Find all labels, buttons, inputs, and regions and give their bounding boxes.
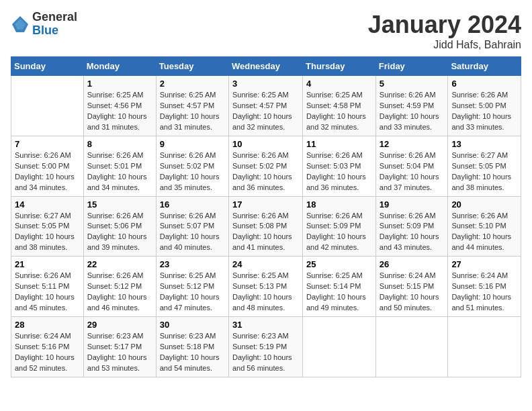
calendar-cell: 19Sunrise: 6:26 AM Sunset: 5:09 PM Dayli…	[375, 196, 448, 257]
day-number: 9	[160, 139, 225, 149]
calendar-cell: 6Sunrise: 6:26 AM Sunset: 5:00 PM Daylig…	[448, 76, 521, 136]
day-info: Sunrise: 6:25 AM Sunset: 4:57 PM Dayligh…	[232, 90, 299, 133]
day-number: 20	[451, 199, 517, 210]
day-number: 13	[451, 139, 517, 149]
day-number: 29	[87, 320, 152, 330]
calendar-cell: 3Sunrise: 6:25 AM Sunset: 4:57 PM Daylig…	[228, 76, 302, 136]
day-info: Sunrise: 6:26 AM Sunset: 5:01 PM Dayligh…	[87, 150, 152, 193]
calendar-cell: 21Sunrise: 6:26 AM Sunset: 5:11 PM Dayli…	[11, 257, 84, 317]
day-number: 18	[306, 199, 372, 210]
calendar-cell: 16Sunrise: 6:26 AM Sunset: 5:07 PM Dayli…	[156, 196, 228, 257]
page-header: General Blue January 2024 Jidd Hafs, Bah…	[11, 11, 521, 51]
day-number: 19	[380, 199, 445, 210]
day-info: Sunrise: 6:24 AM Sunset: 5:15 PM Dayligh…	[380, 271, 445, 314]
title-block: January 2024 Jidd Hafs, Bahrain	[368, 11, 521, 51]
day-number: 24	[232, 259, 299, 269]
week-row-1: 1Sunrise: 6:25 AM Sunset: 4:56 PM Daylig…	[11, 76, 521, 136]
day-number: 1	[87, 79, 152, 89]
day-info: Sunrise: 6:26 AM Sunset: 5:02 PM Dayligh…	[232, 150, 299, 193]
subtitle: Jidd Hafs, Bahrain	[368, 39, 521, 51]
calendar-cell: 30Sunrise: 6:23 AM Sunset: 5:18 PM Dayli…	[156, 317, 228, 377]
calendar-cell: 10Sunrise: 6:26 AM Sunset: 5:02 PM Dayli…	[228, 136, 302, 196]
header-day-thursday: Thursday	[303, 57, 376, 76]
calendar-table: SundayMondayTuesdayWednesdayThursdayFrid…	[11, 56, 521, 377]
logo-text: General Blue	[32, 11, 77, 38]
calendar-cell	[375, 317, 448, 377]
day-info: Sunrise: 6:25 AM Sunset: 4:57 PM Dayligh…	[160, 90, 225, 133]
day-info: Sunrise: 6:25 AM Sunset: 4:58 PM Dayligh…	[306, 90, 372, 133]
day-number: 10	[232, 139, 299, 149]
day-number: 30	[160, 320, 225, 330]
day-info: Sunrise: 6:26 AM Sunset: 5:06 PM Dayligh…	[87, 211, 152, 254]
day-info: Sunrise: 6:25 AM Sunset: 5:13 PM Dayligh…	[232, 271, 299, 314]
logo-icon	[11, 15, 30, 34]
logo-blue-text: Blue	[32, 24, 77, 38]
calendar-cell: 5Sunrise: 6:26 AM Sunset: 4:59 PM Daylig…	[375, 76, 448, 136]
day-info: Sunrise: 6:24 AM Sunset: 5:16 PM Dayligh…	[451, 271, 517, 314]
main-title: January 2024	[368, 11, 521, 39]
header-day-tuesday: Tuesday	[156, 57, 228, 76]
calendar-cell	[303, 317, 376, 377]
day-info: Sunrise: 6:26 AM Sunset: 5:09 PM Dayligh…	[380, 211, 445, 254]
day-info: Sunrise: 6:26 AM Sunset: 5:08 PM Dayligh…	[232, 211, 299, 254]
day-number: 23	[160, 259, 225, 269]
day-info: Sunrise: 6:26 AM Sunset: 5:00 PM Dayligh…	[15, 150, 80, 193]
calendar-cell: 25Sunrise: 6:25 AM Sunset: 5:14 PM Dayli…	[303, 257, 376, 317]
day-info: Sunrise: 6:26 AM Sunset: 5:03 PM Dayligh…	[306, 150, 372, 193]
calendar-cell: 2Sunrise: 6:25 AM Sunset: 4:57 PM Daylig…	[156, 76, 228, 136]
day-info: Sunrise: 6:26 AM Sunset: 5:12 PM Dayligh…	[87, 271, 152, 314]
day-info: Sunrise: 6:26 AM Sunset: 5:09 PM Dayligh…	[306, 211, 372, 254]
calendar-cell: 20Sunrise: 6:26 AM Sunset: 5:10 PM Dayli…	[448, 196, 521, 257]
day-number: 16	[160, 199, 225, 210]
calendar-cell: 15Sunrise: 6:26 AM Sunset: 5:06 PM Dayli…	[83, 196, 156, 257]
header-row: SundayMondayTuesdayWednesdayThursdayFrid…	[11, 57, 521, 76]
day-number: 12	[380, 139, 445, 149]
week-row-4: 21Sunrise: 6:26 AM Sunset: 5:11 PM Dayli…	[11, 257, 521, 317]
day-number: 4	[306, 79, 372, 89]
calendar-cell	[448, 317, 521, 377]
calendar-cell: 18Sunrise: 6:26 AM Sunset: 5:09 PM Dayli…	[303, 196, 376, 257]
calendar-cell: 7Sunrise: 6:26 AM Sunset: 5:00 PM Daylig…	[11, 136, 84, 196]
calendar-cell: 17Sunrise: 6:26 AM Sunset: 5:08 PM Dayli…	[228, 196, 302, 257]
day-number: 21	[15, 259, 80, 269]
day-number: 31	[232, 320, 299, 330]
week-row-5: 28Sunrise: 6:24 AM Sunset: 5:16 PM Dayli…	[11, 317, 521, 377]
calendar-cell: 11Sunrise: 6:26 AM Sunset: 5:03 PM Dayli…	[303, 136, 376, 196]
calendar-cell: 26Sunrise: 6:24 AM Sunset: 5:15 PM Dayli…	[375, 257, 448, 317]
calendar-cell: 22Sunrise: 6:26 AM Sunset: 5:12 PM Dayli…	[83, 257, 156, 317]
day-info: Sunrise: 6:27 AM Sunset: 5:05 PM Dayligh…	[451, 150, 517, 193]
day-number: 5	[380, 79, 445, 89]
day-number: 6	[451, 79, 517, 89]
calendar-cell	[11, 76, 84, 136]
calendar-cell: 1Sunrise: 6:25 AM Sunset: 4:56 PM Daylig…	[83, 76, 156, 136]
day-info: Sunrise: 6:26 AM Sunset: 5:00 PM Dayligh…	[451, 90, 517, 133]
week-row-3: 14Sunrise: 6:27 AM Sunset: 5:05 PM Dayli…	[11, 196, 521, 257]
day-info: Sunrise: 6:26 AM Sunset: 5:04 PM Dayligh…	[380, 150, 445, 193]
day-number: 26	[380, 259, 445, 269]
calendar-cell: 8Sunrise: 6:26 AM Sunset: 5:01 PM Daylig…	[83, 136, 156, 196]
day-number: 2	[160, 79, 225, 89]
day-number: 14	[15, 199, 80, 210]
calendar-cell: 23Sunrise: 6:25 AM Sunset: 5:12 PM Dayli…	[156, 257, 228, 317]
header-day-saturday: Saturday	[448, 57, 521, 76]
header-day-wednesday: Wednesday	[228, 57, 302, 76]
day-number: 11	[306, 139, 372, 149]
header-day-friday: Friday	[375, 57, 448, 76]
calendar-cell: 28Sunrise: 6:24 AM Sunset: 5:16 PM Dayli…	[11, 317, 84, 377]
day-info: Sunrise: 6:25 AM Sunset: 5:14 PM Dayligh…	[306, 271, 372, 314]
day-info: Sunrise: 6:26 AM Sunset: 5:07 PM Dayligh…	[160, 211, 225, 254]
day-number: 7	[15, 139, 80, 149]
calendar-cell: 14Sunrise: 6:27 AM Sunset: 5:05 PM Dayli…	[11, 196, 84, 257]
day-number: 28	[15, 320, 80, 330]
logo-general-text: General	[32, 11, 77, 24]
day-info: Sunrise: 6:25 AM Sunset: 5:12 PM Dayligh…	[160, 271, 225, 314]
day-info: Sunrise: 6:23 AM Sunset: 5:19 PM Dayligh…	[232, 331, 299, 374]
calendar-cell: 29Sunrise: 6:23 AM Sunset: 5:17 PM Dayli…	[83, 317, 156, 377]
day-number: 8	[87, 139, 152, 149]
day-info: Sunrise: 6:25 AM Sunset: 4:56 PM Dayligh…	[87, 90, 152, 133]
day-number: 25	[306, 259, 372, 269]
logo: General Blue	[11, 11, 77, 38]
day-info: Sunrise: 6:27 AM Sunset: 5:05 PM Dayligh…	[15, 211, 80, 254]
calendar-cell: 9Sunrise: 6:26 AM Sunset: 5:02 PM Daylig…	[156, 136, 228, 196]
day-number: 17	[232, 199, 299, 210]
